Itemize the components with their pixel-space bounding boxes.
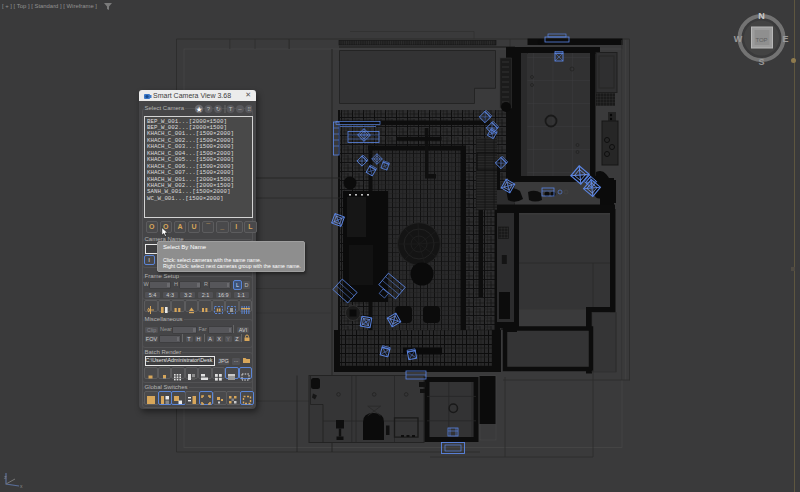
svg-text:T: T	[229, 106, 233, 112]
svg-text:↻: ↻	[215, 106, 220, 112]
svg-text:⠿: ⠿	[247, 106, 251, 112]
svg-text:S: S	[758, 57, 764, 67]
svg-text:E: E	[782, 34, 788, 44]
svg-text:W: W	[734, 34, 743, 44]
svg-text:TOP: TOP	[755, 37, 767, 43]
svg-text:N: N	[758, 11, 765, 21]
svg-text:★: ★	[196, 105, 203, 114]
svg-text:x: x	[20, 483, 23, 489]
